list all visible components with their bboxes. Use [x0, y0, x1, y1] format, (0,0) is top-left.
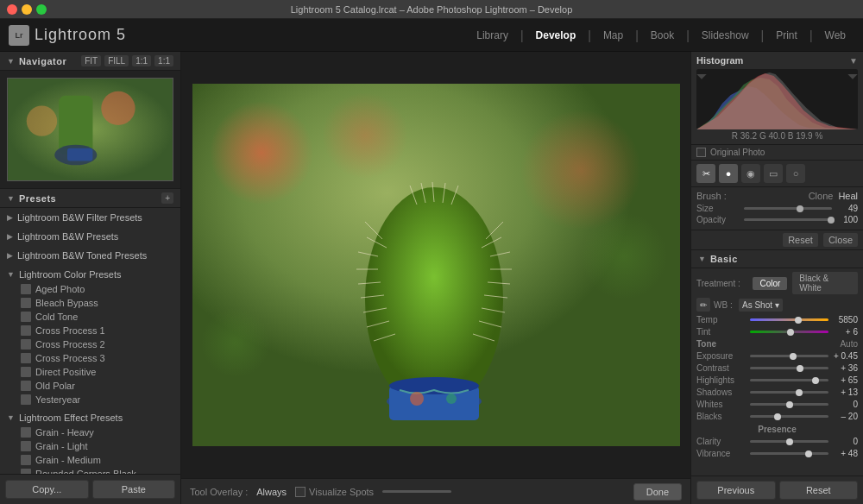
radial-filter-tool[interactable]: ○: [786, 164, 805, 183]
preset-bleach-bypass[interactable]: Bleach Bypass: [0, 296, 180, 310]
group-bw-label: Lightroom B&W Presets: [17, 231, 118, 242]
presets-add-btn[interactable]: +: [161, 192, 173, 204]
preset-cold-tone[interactable]: Cold Tone: [0, 310, 180, 324]
group-bw-header[interactable]: ▶ Lightroom B&W Presets: [0, 229, 180, 244]
preset-rounded-black[interactable]: Rounded Corners Black: [0, 467, 180, 474]
nav-map[interactable]: Map: [595, 26, 632, 45]
preset-grain-heavy[interactable]: Grain - Heavy: [0, 425, 180, 439]
navigator-thumbnail: [0, 71, 180, 188]
wb-select[interactable]: As Shot ▾: [739, 299, 783, 312]
preset-yesteryear[interactable]: Yesteryear: [0, 393, 180, 406]
preset-grain-light[interactable]: Grain - Light: [0, 439, 180, 453]
close-button[interactable]: [7, 4, 17, 15]
nav-1-1[interactable]: 1:1: [132, 55, 151, 66]
exposure-slider[interactable]: [750, 355, 828, 357]
shadows-thumb[interactable]: [796, 389, 803, 396]
whites-thumb[interactable]: [786, 401, 793, 408]
temp-row: Temp 5850: [696, 315, 858, 324]
whites-value: 0: [832, 400, 858, 409]
tint-slider[interactable]: [750, 331, 828, 333]
contrast-slider[interactable]: [750, 367, 828, 369]
nav-fit[interactable]: FIT: [81, 55, 101, 66]
tint-row: Tint + 6: [696, 327, 858, 337]
window-title: Lightroom 5 Catalog.lrcat – Adobe Photos…: [291, 4, 573, 15]
preset-cross-process-3[interactable]: Cross Process 3: [0, 351, 180, 365]
previous-button[interactable]: Previous: [696, 481, 776, 500]
tool-overlay-value[interactable]: Always: [256, 487, 287, 497]
clarity-thumb[interactable]: [786, 438, 793, 445]
heal-option[interactable]: Heal: [838, 191, 858, 201]
whites-slider[interactable]: [750, 403, 828, 406]
nav-slideshow[interactable]: Slideshow: [693, 26, 758, 45]
shadows-slider[interactable]: [750, 391, 828, 394]
preset-grain-medium[interactable]: Grain - Medium: [0, 453, 180, 467]
tint-thumb[interactable]: [787, 329, 794, 336]
graduated-filter-tool[interactable]: ▭: [764, 164, 783, 183]
tone-auto[interactable]: Auto: [840, 339, 858, 349]
wb-eyedropper[interactable]: ✏: [696, 298, 710, 312]
size-slider[interactable]: [744, 207, 832, 210]
group-effects-header[interactable]: ▼ Lightroom Effect Presets: [0, 410, 180, 425]
opacity-thumb[interactable]: [828, 217, 835, 224]
size-value: 49: [836, 204, 858, 213]
reset-panel-btn[interactable]: Reset: [783, 233, 818, 247]
highlights-thumb[interactable]: [812, 377, 819, 384]
spot-removal-tool[interactable]: ●: [719, 164, 738, 183]
preset-old-polar[interactable]: Old Polar: [0, 379, 180, 393]
nav-print[interactable]: Print: [767, 26, 806, 45]
title-bar: Lightroom 5 Catalog.lrcat – Adobe Photos…: [0, 0, 863, 19]
nav-fill[interactable]: FILL: [104, 55, 129, 66]
brush-options: Clone Heal: [809, 191, 858, 201]
preset-direct-positive[interactable]: Direct Positive: [0, 365, 180, 379]
paste-button[interactable]: Paste: [92, 480, 176, 499]
blacks-slider[interactable]: [750, 415, 828, 418]
preset-group-bwtoned: ▶ Lightroom B&W Toned Presets: [0, 246, 180, 265]
reset-button[interactable]: Reset: [779, 481, 859, 500]
nav-ratio[interactable]: 1:1: [154, 55, 173, 66]
exposure-thumb[interactable]: [790, 353, 797, 360]
vibrance-thumb[interactable]: [805, 450, 812, 457]
preset-aged-photo[interactable]: Aged Photo: [0, 282, 180, 296]
group-bwfilter-header[interactable]: ▶ Lightroom B&W Filter Presets: [0, 210, 180, 225]
visualize-spots-toggle[interactable]: Visualize Spots: [295, 487, 374, 497]
visualize-spots-checkbox[interactable]: [295, 487, 306, 497]
presets-arrow: ▼: [7, 194, 15, 203]
close-panel-btn[interactable]: Close: [823, 233, 858, 247]
nav-develop[interactable]: Develop: [527, 26, 585, 45]
nav-library[interactable]: Library: [468, 26, 517, 45]
temp-slider[interactable]: [750, 318, 828, 321]
highlights-value: + 65: [832, 375, 858, 385]
thumbnail-svg: [8, 79, 173, 180]
crop-tool[interactable]: ✂: [696, 164, 715, 183]
vibrance-slider[interactable]: [750, 452, 828, 455]
maximize-button[interactable]: [36, 4, 47, 15]
nav-book[interactable]: Book: [642, 26, 683, 45]
contrast-thumb[interactable]: [797, 365, 803, 372]
group-bwtoned-header[interactable]: ▶ Lightroom B&W Toned Presets: [0, 248, 180, 263]
nav-web[interactable]: Web: [816, 26, 854, 45]
opacity-slider[interactable]: [744, 218, 832, 221]
minimize-button[interactable]: [22, 4, 32, 15]
window-controls[interactable]: [7, 4, 47, 15]
clarity-slider[interactable]: [750, 440, 828, 443]
original-photo-checkbox[interactable]: [696, 148, 706, 157]
preset-cross-process-2[interactable]: Cross Process 2: [0, 337, 180, 351]
presets-header[interactable]: ▼ Presets +: [0, 189, 180, 208]
done-button[interactable]: Done: [633, 483, 682, 501]
basic-panel-header[interactable]: ▼ Basic: [691, 250, 863, 268]
navigator-header[interactable]: ▼ Navigator FIT FILL 1:1 1:1: [0, 52, 180, 71]
preset-cross-process-1[interactable]: Cross Process 1: [0, 324, 180, 337]
copy-button[interactable]: Copy...: [5, 480, 89, 499]
color-btn[interactable]: Color: [753, 277, 787, 290]
group-color-header[interactable]: ▼ Lightroom Color Presets: [0, 267, 180, 282]
redeye-tool[interactable]: ◉: [741, 164, 760, 183]
highlights-slider[interactable]: [750, 379, 828, 381]
temp-label: Temp: [696, 315, 746, 324]
blacks-row: Blacks – 20: [696, 412, 858, 421]
spots-slider[interactable]: [382, 490, 451, 493]
clone-option[interactable]: Clone: [809, 191, 834, 201]
temp-thumb[interactable]: [795, 317, 802, 324]
size-thumb[interactable]: [797, 205, 803, 212]
blacks-thumb[interactable]: [774, 413, 781, 420]
bw-btn[interactable]: Black & White: [792, 272, 858, 294]
